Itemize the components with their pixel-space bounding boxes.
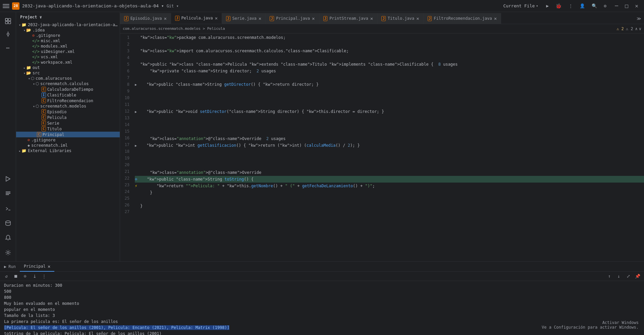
- rerun-button[interactable]: ↺: [3, 273, 10, 280]
- warning-count[interactable]: ⚠ 2: [616, 26, 624, 31]
- sidebar-item-serie[interactable]: CSerie: [16, 120, 120, 126]
- tab-Pelicula_java[interactable]: JPelicula.java✕: [171, 13, 222, 24]
- profile-button[interactable]: 👤: [578, 2, 586, 10]
- console-line-6: La primera pelicula es: El señor de los …: [4, 319, 640, 325]
- sidebar-item-modules.xml[interactable]: </>modules.xml: [16, 44, 120, 49]
- sidebar-item-clasificable[interactable]: IClasificable: [16, 92, 120, 98]
- sidebar-item-episodio[interactable]: CEpisodio: [16, 109, 120, 115]
- sidebar-item-uidesigner.xml[interactable]: </>uiDesigner.xml: [16, 49, 120, 54]
- principal-tab-close[interactable]: ✕: [48, 264, 50, 269]
- more-options-button[interactable]: ⋮: [567, 2, 574, 10]
- sidebar-item-principal[interactable]: CPrincipal: [16, 132, 120, 137]
- activity-terminal-icon[interactable]: [2, 202, 14, 214]
- activity-project-icon[interactable]: [2, 15, 14, 27]
- sidebar-item-vcs.xml[interactable]: </>vcs.xml: [16, 54, 120, 60]
- sidebar-item-workspace.xml[interactable]: </>workspace.xml: [16, 60, 120, 65]
- close-button[interactable]: ✕: [632, 1, 641, 11]
- sidebar-item-misc.xml[interactable]: </>misc.xml: [16, 38, 120, 44]
- search-button[interactable]: 🔍: [590, 2, 598, 10]
- code-line-26: }: [135, 203, 644, 209]
- arrow-up-icon[interactable]: ∧: [635, 26, 638, 31]
- activity-build-icon[interactable]: [2, 188, 14, 200]
- sidebar-item-out[interactable]: ▸📁out: [16, 65, 120, 70]
- maximize-button[interactable]: □: [622, 1, 631, 11]
- main-layout: ⋯ Project ∨ ▾📁2032-java-aplicando-la-ori…: [0, 12, 644, 261]
- tab-close-button[interactable]: ✕: [164, 16, 167, 21]
- sidebar-item-.gitignore[interactable]: ⊘.gitignore: [16, 137, 120, 143]
- folder-icon: 📁: [21, 22, 26, 27]
- activity-commits-icon[interactable]: [2, 28, 14, 40]
- project-logo: 28: [12, 2, 19, 10]
- scroll-up-button[interactable]: ↑: [606, 273, 613, 280]
- pin-button[interactable]: 📌: [634, 273, 641, 280]
- code-text-12: ▶ "kw">public "kw">void setDirector("cla…: [135, 108, 384, 115]
- scroll-to-end-button[interactable]: ⤓: [31, 273, 38, 280]
- debug-button[interactable]: 🐞: [554, 2, 563, 10]
- tab-FiltroRecomendacion_java[interactable]: JFiltroRecomendacion.java✕: [424, 13, 501, 24]
- stop-button[interactable]: ⏹: [12, 273, 19, 280]
- tab-close-button[interactable]: ✕: [370, 16, 373, 21]
- sidebar-item-filtrorecomendacion[interactable]: CFiltroRecomendacion: [16, 98, 120, 104]
- activity-run-icon[interactable]: [2, 173, 14, 185]
- current-file-chevron: ▾: [536, 4, 538, 8]
- bottom-tab-run[interactable]: ▶ Run: [0, 262, 20, 272]
- tree-item-label: .idea: [33, 28, 120, 32]
- console-line-3: Muy bien evaluado en el momento: [4, 300, 640, 307]
- tab-label: PrintStream.java: [329, 16, 368, 21]
- git-branch-button[interactable]: Git ▾: [167, 4, 179, 8]
- code-text-1: "kw">class="kw">package com.aluracursos.…: [135, 34, 286, 41]
- sidebar-item-2032-java-aplicando-la-orientacion-a-objetos-aula-04_[screenmatch][interactable]: ▾📁2032-java-aplicando-la-orientacion-a-o…: [16, 22, 120, 27]
- tree-item-label: screenmatch.modelos: [40, 104, 120, 109]
- restore-button[interactable]: ⊙: [21, 273, 29, 280]
- java-class-icon: C: [42, 87, 46, 92]
- tab-close-button[interactable]: ✕: [312, 16, 315, 21]
- activity-notifications-icon[interactable]: [2, 232, 14, 244]
- titlebar-left: 28 2032-java-aplicando-la-orientacion-a-…: [3, 2, 179, 10]
- minimize-button[interactable]: ─: [612, 1, 621, 11]
- sidebar-item-external_libraries[interactable]: ▸📁External Libraries: [16, 148, 120, 153]
- tab-more-button[interactable]: ≫: [634, 13, 644, 24]
- activity-settings2-icon[interactable]: [2, 247, 14, 259]
- tab-close-button[interactable]: ✕: [259, 16, 261, 21]
- sidebar-item-pelicula[interactable]: CPelicula: [16, 115, 120, 120]
- hamburger-menu-icon[interactable]: [3, 3, 9, 9]
- tree-item-label: FiltroRecomendacion: [47, 98, 120, 103]
- tab-close-button[interactable]: ✕: [416, 16, 419, 21]
- line-number-19: 19: [120, 155, 132, 161]
- expand-button[interactable]: ⤢: [625, 273, 632, 280]
- tab-close-button[interactable]: ✕: [215, 16, 218, 20]
- sidebar-item-.idea[interactable]: ▾📂.idea: [16, 27, 120, 33]
- svg-rect-8: [6, 193, 10, 194]
- svg-rect-10: [6, 192, 10, 192]
- sidebar-header[interactable]: Project ∨: [16, 12, 120, 22]
- tab-Principal_java[interactable]: JPrincipal.java✕: [266, 13, 319, 24]
- console-line-7: [Pelicula: El señor de los anillos (2001…: [4, 325, 640, 331]
- tab-Episodio_java[interactable]: JEpisodio.java✕: [120, 13, 171, 24]
- sidebar-item-screenmatch.calculos[interactable]: ▾⬡screenmatch.calculos: [16, 81, 120, 86]
- settings-button[interactable]: ⚙: [602, 2, 608, 10]
- line-number-15: 15: [120, 128, 132, 135]
- sidebar-item-calculadoradetiempo[interactable]: CCalculadoraDeTiempo: [16, 86, 120, 92]
- sidebar-item-src[interactable]: ▾📂src: [16, 70, 120, 76]
- sidebar-item-screenmatch.iml[interactable]: ◆screenmatch.iml: [16, 143, 120, 148]
- tab-PrintStream_java[interactable]: JPrintStream.java✕: [319, 13, 378, 24]
- tab-close-button[interactable]: ✕: [494, 16, 497, 21]
- xml-icon: </>: [32, 60, 40, 65]
- more-toolbar-button[interactable]: ⋮: [40, 273, 48, 280]
- activity-more-icon[interactable]: ⋯: [2, 42, 14, 54]
- scroll-down-button[interactable]: ↓: [615, 273, 623, 280]
- sidebar-item-.gitignore[interactable]: ⊘.gitignore: [16, 33, 120, 38]
- sidebar-item-screenmatch.modelos[interactable]: ▾⬡screenmatch.modelos: [16, 104, 120, 109]
- arrow-down-icon[interactable]: ∨: [639, 26, 641, 31]
- current-file-button[interactable]: Current File ▾: [500, 2, 541, 9]
- tree-item-label: src: [33, 71, 120, 75]
- run-button[interactable]: ▶: [545, 2, 550, 10]
- code-editor[interactable]: 1234567891011121314151617181920212223242…: [120, 34, 644, 261]
- activity-database-icon[interactable]: [2, 217, 14, 229]
- tab-Serie_java[interactable]: JSerie.java✕: [222, 13, 266, 24]
- sidebar-item-titulo[interactable]: CTitulo: [16, 126, 120, 132]
- bottom-tab-principal[interactable]: Principal ✕: [20, 262, 54, 272]
- tab-Titulo_java[interactable]: JTitulo.java✕: [377, 13, 424, 24]
- tree-arrow-expanded: ▾: [33, 82, 35, 86]
- sidebar-item-com.aluracursos[interactable]: ▾⬡com.aluracursos: [16, 76, 120, 81]
